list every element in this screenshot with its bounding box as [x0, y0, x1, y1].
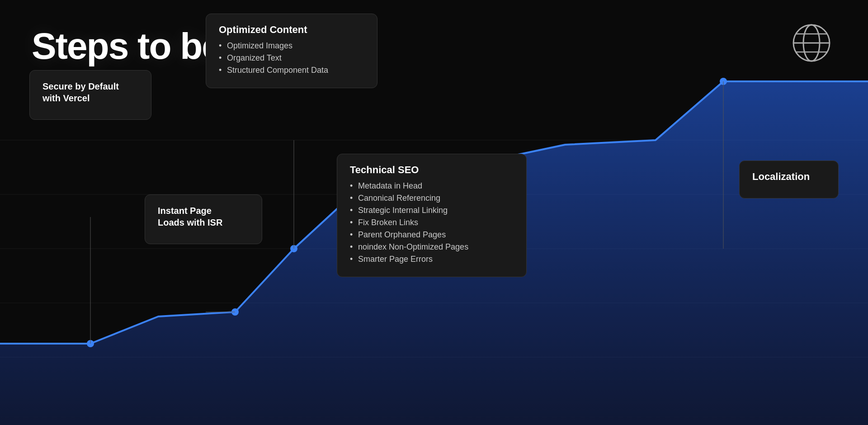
list-item: Parent Orphaned Pages [350, 230, 514, 240]
card-secure-title: Secure by Defaultwith Vercel [42, 80, 138, 104]
card-technical: Technical SEO Metadata in Head Canonical… [337, 154, 527, 277]
list-item: Organized Text [219, 53, 364, 63]
card-technical-title: Technical SEO [350, 164, 514, 176]
card-optimized-list: Optimized Images Organized Text Structur… [219, 41, 364, 75]
list-item: noindex Non-Optimized Pages [350, 242, 514, 252]
card-technical-list: Metadata in Head Canonical Referencing S… [350, 181, 514, 264]
card-instant-title: Instant PageLoads with ISR [158, 205, 249, 228]
card-optimized: Optimized Content Optimized Images Organ… [206, 14, 377, 88]
card-localization: Localization [739, 161, 839, 198]
list-item: Structured Component Data [219, 66, 364, 75]
card-secure: Secure by Defaultwith Vercel [29, 70, 151, 120]
list-item: Smarter Page Errors [350, 255, 514, 264]
card-instant: Instant PageLoads with ISR [145, 194, 262, 244]
list-item: Metadata in Head [350, 181, 514, 191]
list-item: Strategic Internal Linking [350, 206, 514, 215]
card-localization-title: Localization [752, 171, 826, 183]
card-optimized-title: Optimized Content [219, 24, 364, 36]
list-item: Fix Broken Links [350, 218, 514, 227]
list-item: Optimized Images [219, 41, 364, 51]
list-item: Canonical Referencing [350, 194, 514, 203]
